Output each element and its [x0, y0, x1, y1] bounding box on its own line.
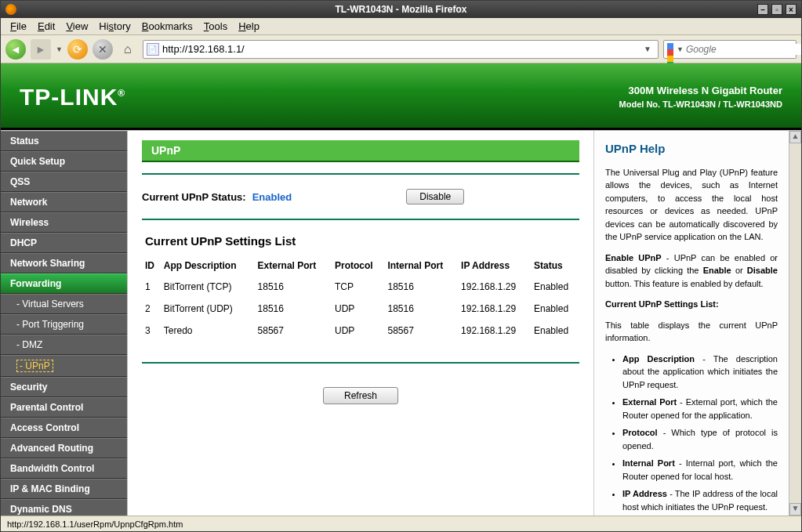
help-listdesc: This table displays the current UPnP inf…	[605, 319, 778, 345]
url-input[interactable]	[162, 43, 641, 55]
scroll-down-icon[interactable]: ▼	[789, 503, 801, 516]
minimize-button[interactable]: –	[757, 4, 768, 15]
navigation-toolbar: ◄ ► ▼ ⟳ ✕ ⌂ 📄 ▼ ▼ 🔍	[1, 35, 801, 63]
sidebar-network-sharing[interactable]: Network Sharing	[1, 253, 127, 273]
maximize-button[interactable]: ▫	[771, 4, 782, 15]
stop-button[interactable]: ✕	[93, 39, 113, 60]
main-content: UPnP Current UPnP Status: Enabled Disabl…	[128, 131, 594, 516]
sidebar-network[interactable]: Network	[1, 192, 127, 212]
window-title: TL-WR1043N - Mozilla Firefox	[335, 4, 466, 15]
upnp-status-label: Current UPnP Status:	[142, 191, 246, 203]
reload-button[interactable]: ⟳	[67, 39, 88, 60]
menu-history[interactable]: History	[94, 19, 135, 34]
page-identity-icon[interactable]: 📄	[147, 43, 159, 56]
col-extport: External Port	[255, 255, 332, 276]
sidebar-dmz[interactable]: - DMZ	[1, 335, 127, 355]
firefox-icon	[5, 4, 16, 15]
menu-help[interactable]: Help	[234, 19, 264, 34]
sidebar-upnp[interactable]: - UPnP	[1, 355, 127, 377]
help-panel: UPnP Help The Universal Plug and Play (U…	[594, 131, 789, 516]
menu-edit[interactable]: Edit	[33, 19, 60, 34]
menu-tools[interactable]: Tools	[199, 19, 232, 34]
tplink-logo: TP-LINK®	[20, 84, 125, 110]
separator	[142, 362, 579, 364]
google-icon	[667, 43, 673, 56]
disable-button[interactable]: Disable	[406, 189, 464, 204]
status-text: http://192.168.1.1/userRpm/UpnpCfgRpm.ht…	[7, 519, 183, 529]
sidebar-status[interactable]: Status	[1, 131, 127, 151]
sidebar-quick-setup[interactable]: Quick Setup	[1, 151, 127, 172]
col-status: Status	[531, 255, 579, 276]
sidebar-port-triggering[interactable]: - Port Triggering	[1, 314, 127, 335]
sidebar-parental-control[interactable]: Parental Control	[1, 397, 127, 418]
upnp-status-value: Enabled	[252, 191, 292, 203]
home-button[interactable]: ⌂	[118, 39, 138, 60]
scroll-up-icon[interactable]: ▲	[789, 131, 801, 143]
menu-file[interactable]: File	[5, 19, 31, 34]
url-bar[interactable]: 📄 ▼	[143, 40, 659, 59]
list-title: Current UPnP Settings List	[145, 234, 579, 248]
help-intro: The Universal Plug and Play (UPnP) featu…	[605, 166, 778, 244]
refresh-button[interactable]: Refresh	[323, 387, 398, 404]
url-dropdown-icon[interactable]: ▼	[641, 45, 655, 53]
col-proto: Protocol	[332, 255, 384, 276]
sidebar-advanced-routing[interactable]: Advanced Routing	[1, 438, 127, 458]
table-row: 1BitTorrent (TCP)18516TCP18516192.168.1.…	[142, 276, 579, 298]
col-app: App Description	[161, 255, 255, 276]
sidebar-nav: Status Quick Setup QSS Network Wireless …	[1, 131, 128, 516]
sidebar-security[interactable]: Security	[1, 377, 127, 397]
table-row: 3Teredo58567UDP58567192.168.1.29Enabled	[142, 320, 579, 342]
menu-bar: File Edit View History Bookmarks Tools H…	[1, 18, 801, 35]
window-titlebar: TL-WR1043N - Mozilla Firefox – ▫ ×	[1, 1, 801, 18]
scrollbar[interactable]: ▲ ▼	[789, 131, 801, 516]
sidebar-ip-mac-binding[interactable]: IP & MAC Binding	[1, 479, 127, 499]
sidebar-qss[interactable]: QSS	[1, 172, 127, 192]
col-intport: Internal Port	[384, 255, 458, 276]
sidebar-bandwidth-control[interactable]: Bandwidth Control	[1, 458, 127, 479]
separator	[142, 219, 579, 220]
col-id: ID	[142, 255, 161, 276]
sidebar-wireless[interactable]: Wireless	[1, 212, 127, 233]
router-banner: TP-LINK® 300M Wireless N Gigabit Router …	[1, 63, 801, 130]
help-enable: Enable UPnP - UPnP can be enabled or dis…	[605, 252, 778, 291]
separator	[142, 173, 579, 175]
sidebar-dynamic-dns[interactable]: Dynamic DNS	[1, 499, 127, 516]
search-input[interactable]	[686, 44, 802, 55]
sidebar-virtual-servers[interactable]: - Virtual Servers	[1, 294, 127, 314]
menu-view[interactable]: View	[61, 19, 93, 34]
product-name: 300M Wireless N Gigabit Router	[619, 83, 782, 99]
menu-bookmarks[interactable]: Bookmarks	[137, 19, 198, 34]
back-button[interactable]: ◄	[5, 39, 26, 60]
sidebar-forwarding[interactable]: Forwarding	[1, 273, 127, 294]
help-listtitle: Current UPnP Settings List:	[605, 298, 778, 311]
nav-history-dropdown[interactable]: ▼	[56, 45, 63, 53]
status-bar: http://192.168.1.1/userRpm/UpnpCfgRpm.ht…	[1, 516, 801, 531]
col-ip: IP Address	[458, 255, 531, 276]
sidebar-dhcp[interactable]: DHCP	[1, 233, 127, 253]
sidebar-access-control[interactable]: Access Control	[1, 418, 127, 438]
model-number: Model No. TL-WR1043N / TL-WR1043ND	[619, 98, 782, 111]
help-field-list: App Description - The description about …	[605, 353, 778, 516]
page-title: UPnP	[142, 140, 579, 162]
close-window-button[interactable]: ×	[786, 4, 797, 15]
search-bar[interactable]: ▼ 🔍	[663, 40, 797, 59]
search-engine-dropdown[interactable]: ▼	[677, 45, 684, 53]
upnp-table: ID App Description External Port Protoco…	[142, 255, 579, 342]
forward-button[interactable]: ►	[31, 39, 51, 60]
table-row: 2BitTorrent (UDP)18516UDP18516192.168.1.…	[142, 298, 579, 320]
help-title: UPnP Help	[605, 140, 778, 158]
